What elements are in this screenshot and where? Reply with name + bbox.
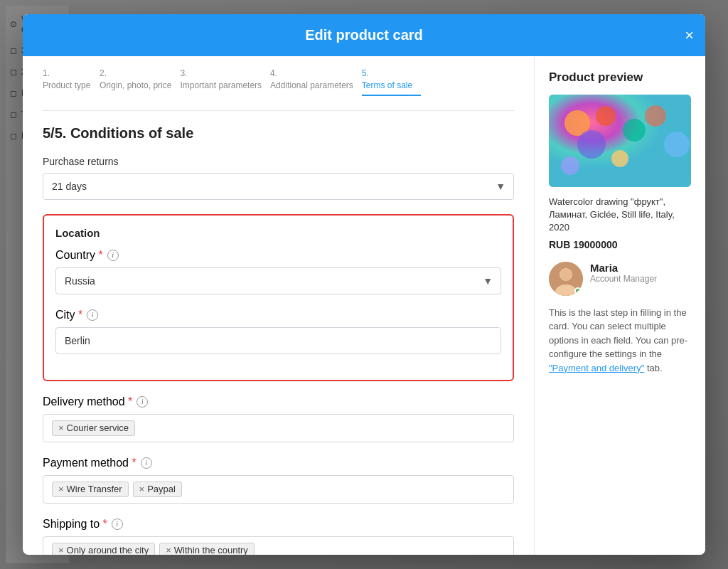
manager-name: Maria bbox=[590, 262, 691, 274]
step-5[interactable]: 5. Terms of sale bbox=[362, 68, 421, 96]
manager-role: Account Manager bbox=[590, 274, 691, 284]
country-select-wrapper: Russia Germany USA ▼ bbox=[55, 267, 501, 294]
svg-point-2 bbox=[596, 106, 616, 126]
svg-point-12 bbox=[560, 269, 572, 280]
preview-product-name: Watercolor drawing "фрукт", Ламинат, Gic… bbox=[549, 196, 691, 235]
step-1[interactable]: 1. Product type bbox=[43, 68, 100, 96]
payment-method-field: Payment method * i × Wire Transfer × Pay… bbox=[43, 457, 514, 504]
payment-tag-paypal-remove[interactable]: × bbox=[139, 484, 145, 494]
svg-point-8 bbox=[561, 156, 579, 175]
location-box: Location Country * i Russia bbox=[43, 214, 514, 381]
manager-info: Maria Account Manager bbox=[590, 262, 691, 284]
preview-price: RUB 19000000 bbox=[549, 239, 691, 250]
delivery-tags-container[interactable]: × Courier service bbox=[43, 414, 514, 442]
modal-right-panel: Product preview bbox=[535, 56, 705, 555]
shipping-info-icon[interactable]: i bbox=[112, 519, 123, 530]
shipping-tag-city: × Only around the city bbox=[52, 543, 155, 555]
delivery-method-field: Delivery method * i × Courier service bbox=[43, 395, 514, 442]
country-label-row: Country * i bbox=[55, 249, 501, 262]
modal-header: Edit product card × bbox=[23, 14, 705, 56]
svg-point-5 bbox=[611, 150, 628, 167]
delivery-tag-courier-remove[interactable]: × bbox=[58, 423, 64, 432]
shipping-to-field: Shipping to * i × Only around the city ×… bbox=[43, 518, 514, 555]
shipping-required: * bbox=[103, 518, 107, 530]
country-select[interactable]: Russia Germany USA bbox=[55, 267, 501, 294]
country-required: * bbox=[98, 249, 102, 261]
purchase-returns-select-wrapper: 21 days 14 days 7 days No returns ▼ bbox=[43, 173, 514, 200]
shipping-label-row: Shipping to * i bbox=[43, 518, 514, 531]
city-field: City * i bbox=[55, 309, 501, 354]
payment-tags-container[interactable]: × Wire Transfer × Paypal bbox=[43, 475, 514, 504]
svg-point-4 bbox=[623, 119, 646, 142]
payment-label-row: Payment method * i bbox=[43, 457, 514, 469]
svg-point-6 bbox=[645, 105, 666, 127]
modal-body: 1. Product type 2. Origin, photo, price … bbox=[23, 56, 705, 555]
location-title: Location bbox=[55, 227, 501, 239]
purchase-returns-select[interactable]: 21 days 14 days 7 days No returns bbox=[43, 173, 514, 200]
modal-overlay: Edit product card × 1. Product type 2. O… bbox=[0, 0, 728, 569]
city-input[interactable] bbox=[55, 327, 501, 354]
country-field: Country * i Russia Germany USA ▼ bbox=[55, 249, 501, 294]
preview-image bbox=[549, 95, 691, 187]
helper-text: This is the last step in filling in the … bbox=[549, 306, 691, 376]
shipping-tag-city-remove[interactable]: × bbox=[58, 546, 64, 555]
helper-link[interactable]: "Payment and delivery" bbox=[549, 363, 644, 373]
edit-product-modal: Edit product card × 1. Product type 2. O… bbox=[23, 14, 705, 555]
step-4[interactable]: 4. Additional parameters bbox=[270, 68, 362, 96]
manager-section: Maria Account Manager bbox=[549, 262, 691, 296]
stepper: 1. Product type 2. Origin, photo, price … bbox=[43, 56, 514, 111]
delivery-tag-courier: × Courier service bbox=[52, 420, 135, 436]
payment-tag-wire-remove[interactable]: × bbox=[58, 484, 64, 494]
shipping-tag-country-remove[interactable]: × bbox=[166, 546, 171, 555]
manager-online-indicator bbox=[574, 287, 582, 294]
city-label-row: City * i bbox=[55, 309, 501, 321]
city-required: * bbox=[78, 309, 82, 321]
delivery-method-label: Delivery method * bbox=[43, 395, 132, 408]
preview-title: Product preview bbox=[549, 70, 691, 85]
payment-tag-paypal: × Paypal bbox=[133, 482, 182, 497]
purchase-returns-label: Purchase returns bbox=[43, 156, 514, 167]
delivery-info-icon[interactable]: i bbox=[136, 396, 148, 408]
purchase-returns-field: Purchase returns 21 days 14 days 7 days … bbox=[43, 156, 514, 200]
shipping-tag-country: × Within the country bbox=[159, 543, 255, 555]
modal-left-panel: 1. Product type 2. Origin, photo, price … bbox=[23, 56, 535, 555]
city-label: City * bbox=[55, 309, 82, 321]
payment-method-label: Payment method * bbox=[43, 457, 136, 469]
section-title: 5/5. Conditions of sale bbox=[43, 125, 514, 142]
shipping-tags-container[interactable]: × Only around the city × Within the coun… bbox=[43, 536, 514, 555]
delivery-label-row: Delivery method * i bbox=[43, 395, 514, 408]
delivery-required: * bbox=[128, 395, 132, 408]
payment-required: * bbox=[132, 457, 136, 469]
svg-point-7 bbox=[664, 132, 690, 157]
city-info-icon[interactable]: i bbox=[87, 309, 98, 321]
shipping-to-label: Shipping to * bbox=[43, 518, 107, 531]
manager-avatar bbox=[549, 262, 583, 296]
country-info-icon[interactable]: i bbox=[107, 250, 119, 261]
country-label: Country * bbox=[55, 249, 103, 262]
step-3[interactable]: 3. Important parameters bbox=[180, 68, 270, 96]
step-2[interactable]: 2. Origin, photo, price bbox=[100, 68, 180, 96]
payment-tag-wire: × Wire Transfer bbox=[52, 482, 129, 497]
modal-title: Edit product card bbox=[305, 27, 423, 43]
payment-info-icon[interactable]: i bbox=[141, 457, 152, 469]
svg-point-3 bbox=[577, 130, 606, 159]
modal-close-button[interactable]: × bbox=[685, 28, 694, 43]
